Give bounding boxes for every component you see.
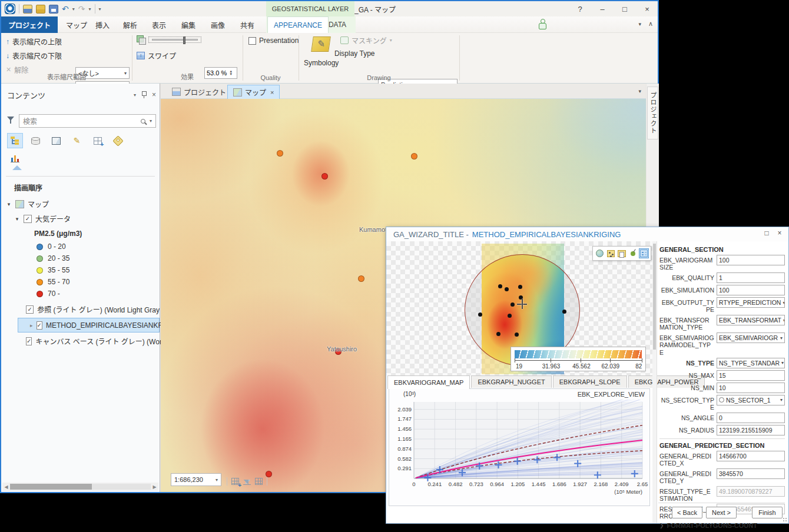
parameter-input[interactable]: 123199.215515909	[717, 425, 785, 435]
parameter-input[interactable]: 14566700	[717, 451, 785, 461]
method-layer-label[interactable]: METHOD_EMPIRICALBAYESIANKRIGI	[46, 321, 173, 330]
expand-closed-icon[interactable]: ▸	[30, 322, 33, 328]
globe-view-button[interactable]	[595, 248, 605, 258]
ribbon-tab-画像[interactable]: 画像	[205, 16, 231, 33]
ribbon-tab-マップ[interactable]: マップ	[60, 16, 93, 33]
list-by-drawing-order-button[interactable]	[7, 133, 23, 148]
next-button[interactable]: Next >	[706, 507, 737, 518]
parameter-input[interactable]: 1	[717, 272, 785, 283]
undo-icon[interactable]: ↶	[62, 5, 69, 13]
ribbon-collapse-icon[interactable]: ∧	[648, 20, 653, 28]
expand-open-icon[interactable]: ▾	[14, 216, 20, 222]
parameter-input[interactable]: 3845570	[717, 468, 785, 479]
new-project-icon[interactable]	[23, 5, 32, 14]
sample-point[interactable]	[266, 471, 272, 477]
help-button[interactable]: ?	[573, 5, 587, 14]
redo-dropdown-icon[interactable]: ▾	[88, 6, 91, 12]
show-points-button[interactable]	[606, 248, 616, 258]
sample-point[interactable]	[358, 275, 364, 282]
horizontal-scrollbar[interactable]: ◀ ▶	[2, 483, 158, 491]
scroll-right-icon[interactable]: ▶	[151, 484, 158, 490]
customize-qat-icon[interactable]: ▾	[99, 6, 101, 12]
back-button[interactable]: < Back	[672, 507, 702, 518]
parameter-dropdown[interactable]: EBK_SEMIVARIOGR▾	[717, 332, 785, 343]
swipe-button[interactable]: ↕ スワイプ	[137, 51, 176, 61]
pin-tool-button[interactable]	[628, 248, 638, 258]
map-scale-combobox[interactable]: 1:686,230 ▾	[171, 473, 221, 486]
pane-menu-icon[interactable]: ▾	[134, 92, 136, 98]
tab-project[interactable]: プロジェクト	[167, 85, 231, 99]
layer-checkbox[interactable]: ✓	[24, 215, 32, 223]
ribbon-tab-表示[interactable]: 表示	[146, 16, 172, 33]
ribbon-tab-data[interactable]: DATA	[322, 16, 353, 33]
layer-checkbox[interactable]: ✓	[26, 337, 32, 345]
air-layer-label[interactable]: 大気データ	[35, 214, 71, 224]
dialog-close-button[interactable]: ×	[773, 229, 786, 237]
sample-point[interactable]	[321, 173, 328, 179]
minimize-button[interactable]: –	[595, 5, 609, 14]
signed-in-user-icon[interactable]	[538, 19, 548, 29]
layer-checkbox[interactable]: ✓	[37, 321, 42, 330]
save-project-icon[interactable]	[49, 5, 58, 14]
collapsed-section[interactable]: ❯FORMAT-POLYGONS-COUNT	[659, 522, 785, 529]
chart-tab-ebkgraph_slope[interactable]: EBKGRAPH_SLOPE	[553, 375, 627, 388]
search-input[interactable]: 検索 ▾	[19, 114, 156, 128]
layer-checkbox[interactable]: ✓	[26, 305, 34, 314]
scrollbar-thumb[interactable]	[653, 244, 656, 350]
pane-pin-icon[interactable]	[141, 91, 147, 99]
expand-open-icon[interactable]: ▾	[6, 201, 12, 207]
sample-point[interactable]	[277, 150, 283, 157]
add-grid-icon[interactable]	[231, 478, 239, 485]
parameter-dropdown[interactable]: NS_TYPE_STANDAR▾	[717, 358, 785, 368]
list-by-labeling-button[interactable]	[110, 133, 126, 148]
ribbon-tab-プロジェクト[interactable]: プロジェクト	[1, 16, 58, 33]
chart-tab-ebkgraph_nugget[interactable]: EBKGRAPH_NUGGET	[471, 375, 551, 388]
undo-dropdown-icon[interactable]: ▾	[72, 6, 75, 12]
maximize-button[interactable]: □	[618, 5, 632, 14]
ribbon-tab-appearance[interactable]: APPEARANCE	[267, 16, 329, 33]
finish-button[interactable]: Finish	[752, 507, 783, 518]
scrollbar-thumb[interactable]	[10, 484, 92, 490]
parameter-input[interactable]: 0	[717, 413, 785, 423]
search-dropdown-icon[interactable]: ▾	[150, 118, 152, 124]
chart-tab-ebkvariogram_map[interactable]: EBKVARIOGRAM_MAP	[387, 375, 470, 389]
list-by-snapping-button[interactable]	[89, 133, 105, 148]
open-project-icon[interactable]	[36, 5, 45, 14]
ribbon-tab-共有[interactable]: 共有	[234, 16, 260, 33]
resize-grip[interactable]	[783, 517, 787, 522]
list-by-editing-button[interactable]: ✎	[69, 133, 85, 148]
panel-toggle-button[interactable]	[639, 248, 649, 258]
symbology-button[interactable]: ✎ Symbology	[304, 36, 338, 67]
kriging-preview-surface[interactable]: 1931.96345.56262.03982	[386, 241, 652, 375]
redo-icon[interactable]: ↷	[78, 5, 85, 13]
tab-close-icon[interactable]: ×	[270, 89, 274, 96]
list-by-charts-button[interactable]	[7, 151, 23, 166]
crosshair-icon[interactable]	[517, 299, 527, 309]
search-icon[interactable]	[141, 119, 145, 124]
dialog-maximize-button[interactable]: □	[760, 229, 773, 237]
tab-map[interactable]: マップ ×	[227, 85, 280, 99]
pane-close-icon[interactable]: ×	[152, 91, 156, 99]
catalog-vertical-tab[interactable]: プロジェクト	[647, 87, 658, 139]
show-legend-button[interactable]	[616, 248, 626, 258]
sample-point[interactable]	[411, 153, 417, 159]
transparency-slider[interactable]	[148, 36, 201, 43]
tab-list-icon[interactable]: ▾	[638, 88, 641, 94]
list-by-source-button[interactable]	[28, 133, 44, 148]
transparency-slider-handle[interactable]	[183, 36, 185, 44]
ribbon-tab-解析[interactable]: 解析	[117, 16, 143, 33]
close-button[interactable]: ×	[640, 5, 654, 14]
grid-icon[interactable]	[255, 478, 263, 485]
parameter-input[interactable]: 15	[717, 370, 785, 381]
presentation-checkbox-row[interactable]: Presentation	[248, 36, 299, 45]
ribbon-tab-挿入[interactable]: 挿入	[89, 16, 115, 33]
reference-layer-label[interactable]: 参照 (ライト グレー) (World Light Gray	[37, 304, 160, 314]
elevation-icon[interactable]	[243, 478, 251, 485]
ribbon-options-icon[interactable]: ▾	[638, 21, 641, 27]
masking-button[interactable]: マスキング ▾	[340, 35, 392, 45]
parameter-dropdown[interactable]: RTYPE_PREDICTION▾	[717, 297, 785, 308]
basemap-layer-label[interactable]: キャンバス ベース (ライト グレー) (Wor	[35, 336, 162, 346]
parameter-dropdown[interactable]: EBK_TRANSFORMAT▾	[717, 315, 785, 325]
scroll-left-icon[interactable]: ◀	[2, 484, 10, 490]
filter-icon[interactable]	[7, 117, 14, 121]
